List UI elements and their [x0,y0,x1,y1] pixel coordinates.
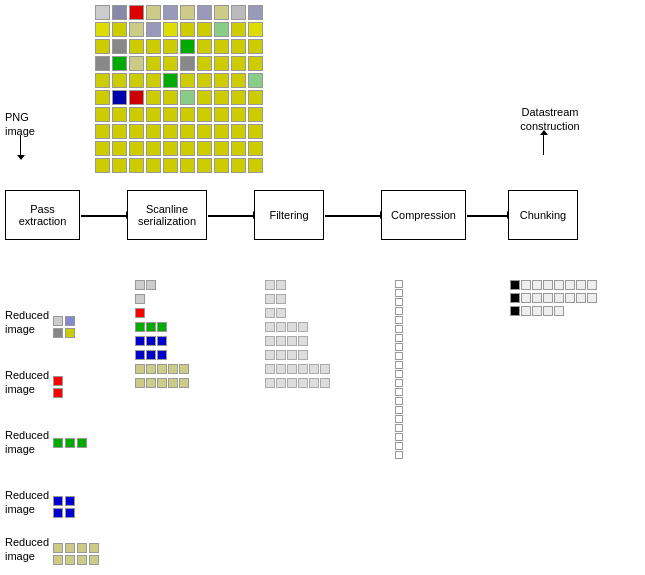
filter-output [265,280,330,388]
pass-extraction-box: Pass extraction [5,190,80,240]
arrow-png-down [20,135,21,155]
arrow-compression-chunking [467,215,507,217]
chunking-box: Chunking [508,190,578,240]
reduced-image-5-section: Reducedimage [5,535,100,566]
reduced-image-3-section: Reducedimage [5,428,88,457]
scanline-row-6 [135,350,189,360]
diagram: PNG image Pass extraction Scanline seria… [0,0,645,575]
chunking-output [510,280,597,316]
filtering-box: Filtering [254,190,324,240]
scanline-serialization-box: Scanline serialization [127,190,207,240]
scanline-row-8 [135,378,189,388]
reduced-image-5-grid [53,543,100,566]
datastream-label: Datastream construction [505,105,595,134]
png-image-grid [95,5,264,174]
arrow-pass-scanline [81,215,126,217]
scanline-row-3 [135,308,189,318]
scanline-output [135,280,189,388]
arrow-filtering-compression [325,215,380,217]
reduced-image-3-grid [53,438,88,449]
reduced-image-2-grid [53,376,64,399]
reduced-image-4-section: Reducedimage [5,488,76,519]
scanline-row-5 [135,336,189,346]
scanline-row-1 [135,280,189,290]
compression-output [395,280,403,459]
scanline-row-2 [135,294,189,304]
scanline-row-4 [135,322,189,332]
reduced-image-4-label: Reducedimage [5,488,49,517]
reduced-image-1-label: Reducedimage [5,308,49,337]
arrow-datastream-up [543,135,544,155]
compression-box: Compression [381,190,466,240]
reduced-image-2-label: Reducedimage [5,368,49,397]
scanline-row-7 [135,364,189,374]
reduced-image-4-grid [53,496,76,519]
reduced-image-3-label: Reducedimage [5,428,49,457]
reduced-image-1-section: Reducedimage [5,308,76,339]
reduced-image-1-grid [53,316,76,339]
reduced-image-2-section: Reducedimage [5,368,64,399]
reduced-image-5-label: Reducedimage [5,535,49,564]
arrow-scanline-filtering [208,215,253,217]
